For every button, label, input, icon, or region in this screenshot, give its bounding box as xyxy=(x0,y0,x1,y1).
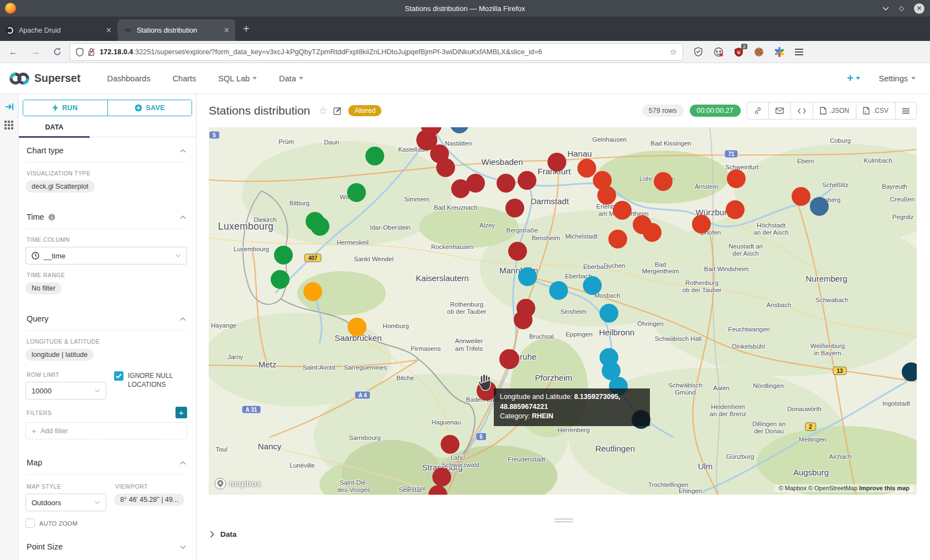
new-tab-button[interactable]: + xyxy=(243,23,250,35)
station-point-rhein[interactable] xyxy=(441,435,459,454)
viewport-value[interactable]: 8° 46' 45.28" | 49... xyxy=(114,494,184,506)
station-point-main[interactable] xyxy=(577,159,596,178)
expand-panel-icon[interactable] xyxy=(5,103,14,111)
tab-stations-distribution[interactable]: ∞ Stations distribution ✕ xyxy=(118,19,235,41)
station-point-main[interactable] xyxy=(692,215,711,234)
bookmark-star-icon[interactable]: ☆ xyxy=(670,47,677,57)
station-point-rhein[interactable] xyxy=(508,242,527,261)
station-point-neckar[interactable] xyxy=(583,276,602,295)
station-point-main[interactable] xyxy=(643,223,662,242)
mapbox-logo[interactable]: mapbox xyxy=(214,478,261,490)
station-point-lahn[interactable] xyxy=(810,197,829,216)
data-panel-toggle[interactable]: Data xyxy=(210,530,236,538)
station-point-rhein[interactable] xyxy=(514,310,533,329)
embed-code-button[interactable] xyxy=(791,102,813,119)
station-point-neckar[interactable] xyxy=(518,267,537,286)
save-button[interactable]: SAVE xyxy=(108,100,192,116)
extension-pinwheel-icon[interactable] xyxy=(774,47,784,57)
panel-resize-handle[interactable] xyxy=(554,517,573,524)
export-csv-button[interactable]: x .CSV xyxy=(856,102,896,119)
station-point-main[interactable] xyxy=(654,172,673,191)
auto-zoom-checkbox-row[interactable]: AUTO ZOOM xyxy=(25,518,106,528)
station-point-rhein[interactable] xyxy=(505,199,524,217)
map-attribution[interactable]: © Mapbox © OpenStreetMap Improve this ma… xyxy=(775,484,913,492)
station-point-main[interactable] xyxy=(597,186,616,205)
add-filter-plus-button[interactable]: + xyxy=(175,407,187,418)
station-point-mosel[interactable] xyxy=(274,246,293,265)
station-point-main[interactable] xyxy=(608,230,627,248)
forward-button[interactable]: → xyxy=(31,47,40,57)
share-link-button[interactable] xyxy=(747,102,769,119)
time-column-select[interactable]: __time xyxy=(25,247,187,265)
station-point-rhein[interactable] xyxy=(547,153,566,172)
edit-properties-icon[interactable] xyxy=(333,106,342,115)
ignore-null-checkbox-row[interactable]: IGNORE NULL LOCATIONS xyxy=(114,371,186,389)
chart-menu-button[interactable] xyxy=(896,102,916,119)
nav-dashboards[interactable]: Dashboards xyxy=(107,74,150,83)
altered-badge[interactable]: Altered xyxy=(348,105,381,116)
station-point-main[interactable] xyxy=(727,169,746,188)
window-minimize-button[interactable] xyxy=(882,6,889,11)
account-mask-icon[interactable] xyxy=(714,47,724,57)
lonlat-value[interactable]: longitude | latitude xyxy=(25,349,94,361)
station-point-donau[interactable] xyxy=(902,362,917,381)
station-point-saar[interactable] xyxy=(303,282,322,301)
map-canvas[interactable]: PrümDaunKastellaunNastättenWiesbadenFran… xyxy=(209,127,917,495)
section-map[interactable]: Map xyxy=(25,449,187,475)
nav-sql-lab[interactable]: SQL Lab xyxy=(218,74,257,83)
back-button[interactable]: ← xyxy=(9,47,18,57)
station-point-rhein[interactable] xyxy=(518,171,536,190)
nav-charts[interactable]: Charts xyxy=(173,74,197,83)
map-style-select[interactable]: Outdoors xyxy=(25,494,106,511)
nav-data[interactable]: Data xyxy=(279,74,303,83)
station-point-saar[interactable] xyxy=(348,318,366,336)
reload-button[interactable] xyxy=(53,48,61,56)
add-new-button[interactable]: + xyxy=(847,72,860,85)
station-point-rhein[interactable] xyxy=(436,158,455,177)
station-point-main[interactable] xyxy=(792,187,810,206)
export-json-button[interactable]: .JSON xyxy=(813,102,856,119)
station-point-main[interactable] xyxy=(613,201,632,220)
tab-data[interactable]: DATA xyxy=(19,123,90,137)
favorite-star-icon[interactable]: ☆ xyxy=(318,105,327,117)
cookie-icon[interactable] xyxy=(754,47,764,57)
tab-close-icon[interactable]: ✕ xyxy=(106,26,112,34)
tab-apache-druid[interactable]: Apache Druid ✕ xyxy=(0,19,117,41)
station-point-neckar[interactable] xyxy=(549,281,568,300)
station-point-rhein[interactable] xyxy=(497,174,515,193)
checkbox-checked-icon[interactable] xyxy=(114,371,123,381)
time-range-value[interactable]: No filter xyxy=(25,282,61,294)
station-point-mosel[interactable] xyxy=(365,147,384,165)
station-point-rhein[interactable] xyxy=(432,468,451,486)
ublock-icon[interactable]: u 2 xyxy=(734,47,743,57)
tracking-shield-icon[interactable] xyxy=(76,48,84,56)
station-point-mosel[interactable] xyxy=(347,183,366,202)
email-button[interactable] xyxy=(769,102,791,119)
run-button[interactable]: RUN xyxy=(23,100,108,116)
checkbox-unchecked-icon[interactable] xyxy=(25,518,35,528)
tab-close-icon[interactable]: ✕ xyxy=(224,26,230,34)
station-point-neckar[interactable] xyxy=(600,304,618,323)
viz-type-value[interactable]: deck.gl Scatterplot xyxy=(25,180,95,193)
window-maximize-button[interactable]: ◇ xyxy=(899,4,904,12)
station-point-rhein[interactable] xyxy=(499,349,519,369)
superset-logo[interactable]: Superset xyxy=(9,71,80,86)
section-query[interactable]: Query xyxy=(25,305,187,331)
pocket-shield-icon[interactable] xyxy=(694,47,703,56)
station-point-mosel[interactable] xyxy=(271,270,290,289)
station-point-rhein[interactable] xyxy=(466,174,485,193)
section-chart-type[interactable]: Chart type xyxy=(25,137,187,163)
dataset-grid-icon[interactable] xyxy=(4,121,14,130)
station-point-mosel[interactable] xyxy=(311,217,329,236)
window-close-button[interactable]: ✕ xyxy=(914,3,924,14)
add-filter-box[interactable]: + Add filter xyxy=(25,422,187,439)
tab-label: Apache Druid xyxy=(19,27,102,34)
row-limit-select[interactable]: 10000 xyxy=(25,382,106,400)
station-point-main[interactable] xyxy=(726,200,745,219)
settings-menu[interactable]: Settings xyxy=(879,74,916,83)
section-point-size[interactable]: Point Size xyxy=(25,533,187,558)
url-field[interactable]: 172.18.0.4 :32251/superset/explore/?form… xyxy=(70,44,683,60)
section-time[interactable]: Time i xyxy=(25,204,187,229)
browser-menu-icon[interactable] xyxy=(795,47,803,57)
insecure-lock-icon[interactable] xyxy=(87,48,95,56)
